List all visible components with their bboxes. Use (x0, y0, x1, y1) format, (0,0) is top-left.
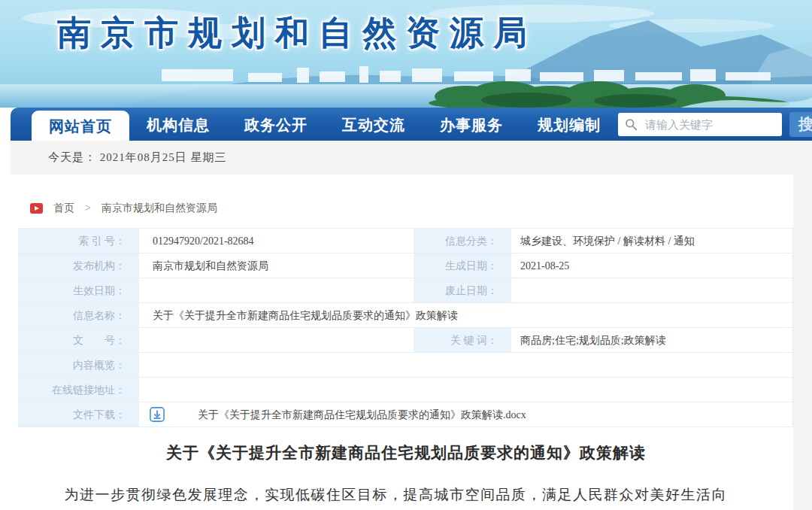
current-date-text: 今天是： 2021年08月25日 星期三 (48, 151, 227, 163)
download-file-link[interactable]: 关于《关于提升全市新建商品住宅规划品质要求的通知》政策解读.docx (198, 402, 526, 427)
publisher-value: 南京市规划和自然资源局 (139, 253, 414, 278)
summary-label: 内容概览： (18, 353, 139, 378)
nav-item-interaction[interactable]: 互动交流 (325, 108, 423, 141)
article: 关于《关于提升全市新建商品住宅规划品质要求的通知》政策解读 为进一步贯彻绿色发展… (30, 442, 782, 508)
main-content: 首页 > 南京市规划和自然资源局 索 引 号： 012947920/2021-8… (0, 175, 812, 510)
nav-item-home[interactable]: 网站首页 (32, 111, 129, 141)
summary-value (139, 353, 792, 378)
keywords-value: 商品房;住宅;规划品质;政策解读 (511, 328, 792, 353)
breadcrumb-home-link[interactable]: 首页 (53, 202, 74, 215)
site-banner: 南京市规划和自然资源局 (0, 0, 812, 108)
article-paragraph: 为进一步贯彻绿色发展理念，实现低碳住区目标，提高城市空间品质，满足人民群众对美好… (30, 483, 782, 508)
nav-item-org-info[interactable]: 机构信息 (129, 108, 227, 141)
effective-date-value (139, 278, 414, 303)
breadcrumb: 首页 > 南京市规划和自然资源局 (30, 199, 812, 218)
main-nav: 网站首页 机构信息 政务公开 互动交流 办事服务 规划编制 搜索 (11, 108, 812, 141)
doc-number-label: 文 号： (18, 328, 139, 353)
expiry-date-value (511, 278, 792, 303)
breadcrumb-separator: > (85, 202, 91, 214)
search-icon (625, 118, 638, 131)
nav-tabs: 网站首页 机构信息 政务公开 互动交流 办事服务 规划编制 (32, 108, 618, 141)
search-bar: 搜索 (618, 112, 812, 137)
online-link-value (139, 378, 792, 402)
article-title: 关于《关于提升全市新建商品住宅规划品质要求的通知》政策解读 (30, 442, 782, 463)
publisher-label: 发布机构： (18, 253, 139, 278)
online-link-label: 在线链接地址： (18, 378, 139, 402)
created-date-label: 生成日期： (414, 253, 511, 278)
info-name-value: 关于《关于提升全市新建商品住宅规划品质要求的通知》政策解读 (139, 303, 792, 328)
page: 南京市规划和自然资源局 网站首页 机构信息 政务公开 互动交流 办事服务 规划编… (0, 0, 812, 510)
doc-number-value (139, 328, 414, 353)
nav-item-planning[interactable]: 规划编制 (520, 108, 618, 141)
expiry-date-label: 废止日期： (414, 278, 511, 303)
keywords-label: 关 键 词： (414, 328, 511, 353)
breadcrumb-current: 南京市规划和自然资源局 (102, 202, 217, 215)
file-download-label: 文件下载： (18, 402, 139, 427)
site-title: 南京市规划和自然资源局 (57, 11, 537, 56)
file-download-value: 关于《关于提升全市新建商品住宅规划品质要求的通知》政策解读.docx (139, 402, 792, 427)
home-marker-icon (30, 203, 43, 214)
info-category-value: 城乡建设、环境保护 / 解读材料 / 通知 (511, 229, 792, 253)
search-button[interactable]: 搜索 (789, 112, 812, 137)
nav-item-gov-affairs[interactable]: 政务公开 (227, 108, 325, 141)
download-icon[interactable] (150, 407, 165, 422)
index-number-label: 索 引 号： (18, 229, 139, 253)
search-input[interactable] (618, 113, 782, 136)
document-info-table: 索 引 号： 012947920/2021-82684 信息分类： 城乡建设、环… (18, 228, 793, 427)
nav-item-services[interactable]: 办事服务 (423, 108, 520, 141)
info-name-label: 信息名称： (18, 303, 139, 328)
info-category-label: 信息分类： (414, 229, 511, 253)
date-bar: 今天是： 2021年08月25日 星期三 (11, 141, 812, 175)
effective-date-label: 生效日期： (18, 278, 139, 303)
created-date-value: 2021-08-25 (511, 253, 792, 278)
index-number-value: 012947920/2021-82684 (139, 229, 414, 253)
